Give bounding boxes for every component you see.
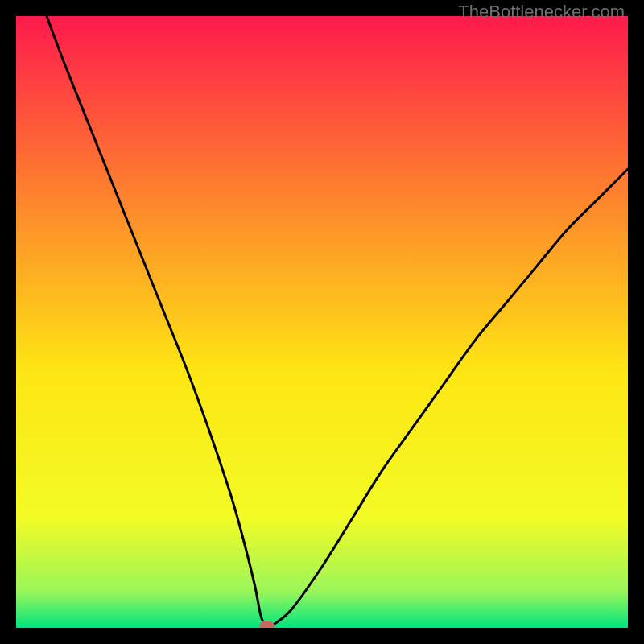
gradient-background bbox=[16, 16, 628, 628]
minimum-marker bbox=[260, 621, 275, 628]
chart-frame bbox=[16, 16, 628, 628]
watermark-text: TheBottlenecker.com bbox=[458, 2, 625, 23]
chart-svg bbox=[16, 16, 628, 628]
